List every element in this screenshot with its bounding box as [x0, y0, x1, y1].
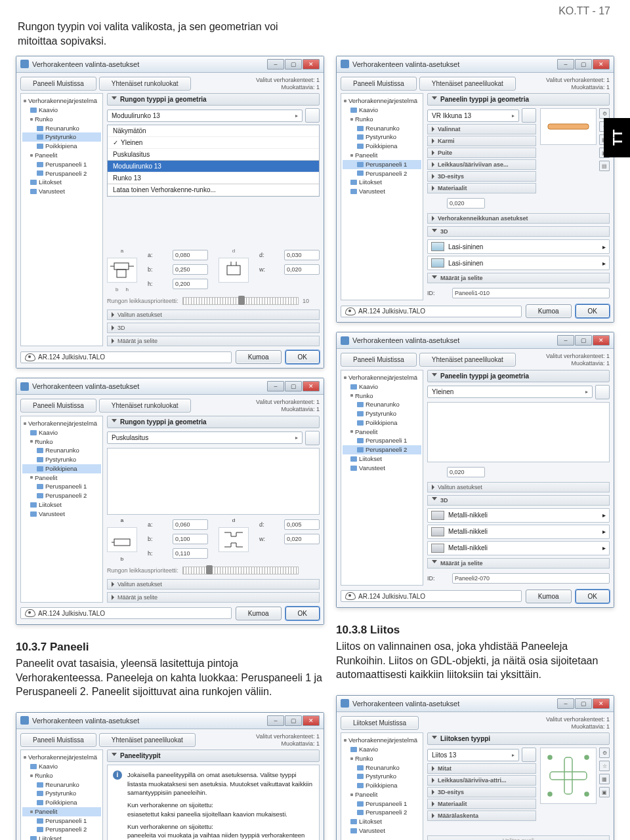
svg-point-14: [548, 792, 552, 796]
group-header: Rungon tyyppi ja geometria: [120, 96, 207, 103]
type-select[interactable]: Puskulasitus▸: [107, 431, 303, 444]
svg-rect-9: [548, 124, 589, 129]
nav-tree[interactable]: Verhorakennejärjestelmä Kaavio Runko Reu…: [341, 732, 423, 840]
dialog-paneeli-2: Verhorakenteen valinta-asetukset–▢✕ Pane…: [336, 332, 614, 608]
field-h[interactable]: 0,200: [173, 279, 208, 289]
nav-tree[interactable]: Verhorakennejärjestelmä Kaavio Runko Reu…: [20, 93, 103, 346]
svg-point-13: [585, 755, 589, 759]
nav-tree[interactable]: Verhorakennejärjestelmä Kaavio Runko Reu…: [341, 93, 423, 300]
type-dropdown[interactable]: Näkymätön Yleinen Puskulasitus Moduuliru…: [107, 125, 320, 197]
svg-rect-0: [114, 263, 129, 270]
panel-type-select[interactable]: Yleinen▸: [427, 386, 593, 398]
selection-stats: Valitut verhorakenteet: 1Muokattavia: 1: [256, 77, 320, 91]
layer-selector[interactable]: AR.124 Julkisivu.TALO: [20, 351, 232, 363]
maximize-icon[interactable]: ▢: [285, 59, 302, 70]
app-icon: [20, 60, 29, 68]
dialog-paneelityypit: Verhorakenteen valinta-asetukset–▢✕ Pane…: [16, 712, 324, 840]
tab-liitokset[interactable]: Liitokset Muistissa: [341, 716, 419, 730]
svg-rect-4: [227, 266, 240, 275]
maximize-icon[interactable]: ▢: [285, 381, 302, 391]
svg-point-12: [548, 755, 552, 759]
cancel-button[interactable]: Kumoa: [236, 350, 282, 364]
page-header-code: KO.TT - 17: [558, 5, 610, 17]
id-field[interactable]: Paneeli1-010: [452, 288, 610, 298]
dialog-liitos: Verhorakenteen valinta-asetukset–▢✕ Liit…: [336, 695, 614, 840]
nav-tree[interactable]: Verhorakennejärjestelmä Kaavio Runko Reu…: [20, 416, 103, 603]
close-icon[interactable]: ✕: [303, 381, 320, 391]
info-panel: i Jokaisella paneelityypillä on omat ase…: [107, 765, 320, 840]
info-icon: i: [113, 770, 122, 780]
chevron-down-icon[interactable]: [112, 96, 117, 102]
svg-rect-11: [564, 757, 572, 794]
section-body-paneeli: Paneelit ovat tasaisia, yleensä lasitett…: [16, 656, 324, 699]
side-tab-tt: TT: [604, 118, 630, 157]
tab-paneeli[interactable]: Paneeli Muistissa: [20, 77, 96, 90]
field-b[interactable]: 0,250: [173, 264, 208, 275]
intro-text: Rungon tyypin voi valita valikosta, ja s…: [18, 20, 293, 49]
priority-slider[interactable]: [182, 297, 299, 305]
close-icon[interactable]: ✕: [303, 59, 320, 70]
type-select[interactable]: Moduulirunko 13▸: [107, 110, 303, 122]
gear-icon[interactable]: ⚙: [599, 108, 610, 119]
profile-schematic: [107, 258, 137, 283]
joint-preview: [540, 748, 597, 804]
section-body-liitos: Liitos on valinnainen osa, joka yhdistää…: [336, 639, 614, 682]
panel-type-select[interactable]: VR Ikkuna 13▸: [427, 110, 519, 122]
svg-point-15: [585, 792, 589, 796]
field-d[interactable]: 0,030: [284, 250, 320, 260]
eye-icon: [25, 353, 35, 361]
minimize-icon[interactable]: –: [267, 59, 284, 70]
settings-button[interactable]: [305, 108, 320, 123]
svg-rect-1: [117, 270, 126, 277]
field-w[interactable]: 0,020: [284, 264, 320, 275]
section-heading-liitos: 10.3.8 Liitos: [336, 624, 614, 637]
thickness-field[interactable]: 0,020: [447, 198, 485, 209]
section-heading-paneeli: 10.3.7 Paneeli: [16, 641, 324, 654]
minimize-icon[interactable]: –: [267, 381, 284, 391]
material-row[interactable]: Lasi-sininen▸: [427, 239, 610, 254]
nav-tree[interactable]: Verhorakennejärjestelmä Kaavio Runko Reu…: [341, 370, 423, 586]
joint-type-select[interactable]: Liitos 13▸: [427, 749, 519, 761]
nav-tree[interactable]: Verhorakennejärjestelmä Kaavio Runko Reu…: [20, 750, 103, 840]
app-icon: [20, 382, 29, 391]
dialog-paneeli-1: Verhorakenteen valinta-asetukset–▢✕ Pane…: [336, 56, 614, 323]
preview-thumbnail: [540, 108, 597, 145]
tree-item-selected: Pystyrunko: [22, 132, 101, 142]
window-title: Verhorakenteen valinta-asetukset: [32, 60, 139, 68]
tab-runkoluokat[interactable]: Yhtenäiset runkoluokat: [99, 77, 191, 90]
dialog-runko-1: Verhorakenteen valinta-asetukset–▢✕ Pane…: [16, 56, 324, 369]
field-a[interactable]: 0,080: [173, 250, 208, 260]
profile-schematic-2: [219, 258, 249, 283]
dialog-runko-2: Verhorakenteen valinta-asetukset–▢✕ Pane…: [16, 378, 324, 625]
svg-rect-10: [550, 772, 587, 780]
ok-button[interactable]: OK: [285, 350, 320, 364]
svg-rect-7: [114, 539, 130, 546]
preview-panel: [107, 448, 320, 515]
